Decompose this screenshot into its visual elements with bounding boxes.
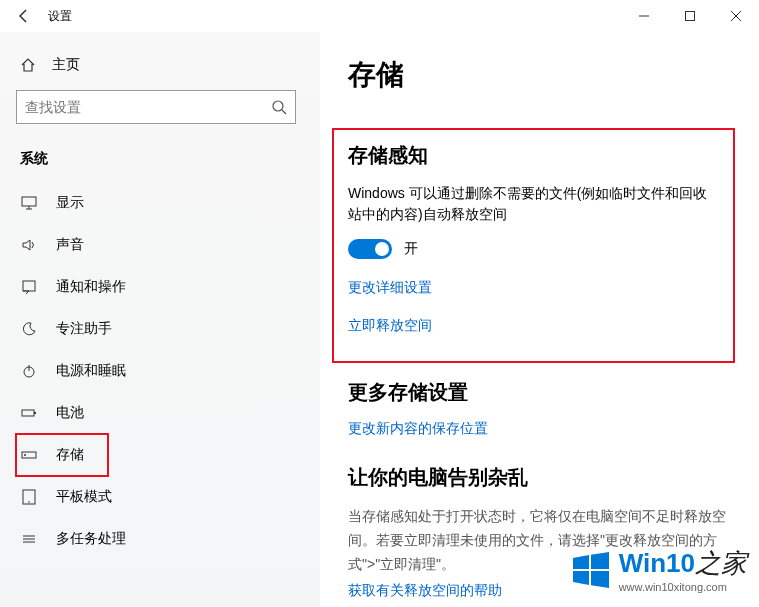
svg-rect-0 — [686, 12, 695, 21]
watermark-brand: Win10之家 — [619, 546, 747, 581]
more-storage-section: 更多存储设置 更改新内容的保存位置 — [348, 379, 735, 438]
toggle-row: 开 — [348, 239, 719, 259]
svg-point-8 — [24, 454, 26, 456]
tablet-icon — [20, 488, 38, 506]
storage-sense-section: 存储感知 Windows 可以通过删除不需要的文件(例如临时文件和回收站中的内容… — [332, 128, 735, 363]
category-header: 系统 — [16, 144, 320, 182]
free-up-now-link[interactable]: 立即释放空间 — [348, 317, 719, 335]
sidebar-item-display[interactable]: 显示 — [16, 182, 296, 224]
section-heading: 让你的电脑告别杂乱 — [348, 464, 735, 491]
sidebar-item-label: 存储 — [56, 446, 84, 464]
maximize-icon — [685, 11, 695, 21]
titlebar: 设置 — [0, 0, 759, 32]
section-heading: 存储感知 — [348, 142, 719, 169]
sidebar-item-label: 平板模式 — [56, 488, 112, 506]
sidebar-item-label: 多任务处理 — [56, 530, 126, 548]
minimize-icon — [639, 11, 649, 21]
svg-rect-5 — [22, 410, 34, 416]
sidebar-item-label: 显示 — [56, 194, 84, 212]
arrow-left-icon — [16, 8, 32, 24]
section-heading: 更多存储设置 — [348, 379, 735, 406]
window-controls — [621, 0, 759, 32]
monitor-icon — [20, 194, 38, 212]
sidebar-item-label: 声音 — [56, 236, 84, 254]
svg-rect-6 — [34, 412, 36, 414]
watermark-url: www.win10xitong.com — [619, 581, 747, 593]
search-box[interactable] — [16, 90, 296, 124]
storage-icon — [20, 446, 38, 464]
change-settings-link[interactable]: 更改详细设置 — [348, 279, 719, 297]
change-save-location-link[interactable]: 更改新内容的保存位置 — [348, 420, 735, 438]
svg-rect-3 — [23, 281, 35, 291]
home-link[interactable]: 主页 — [16, 48, 320, 90]
svg-point-10 — [28, 501, 30, 503]
svg-point-1 — [273, 101, 283, 111]
search-input[interactable] — [25, 99, 271, 115]
battery-icon — [20, 404, 38, 422]
sidebar-item-battery[interactable]: 电池 — [16, 392, 296, 434]
sidebar-item-label: 专注助手 — [56, 320, 112, 338]
close-icon — [731, 11, 741, 21]
section-description: Windows 可以通过删除不需要的文件(例如临时文件和回收站中的内容)自动释放… — [348, 183, 719, 225]
watermark: Win10之家 www.win10xitong.com — [571, 546, 747, 593]
sidebar-item-multitask[interactable]: 多任务处理 — [16, 518, 296, 560]
back-button[interactable] — [8, 0, 40, 32]
svg-rect-2 — [22, 197, 36, 206]
multitask-icon — [20, 530, 38, 548]
notification-icon — [20, 278, 38, 296]
sidebar-item-notifications[interactable]: 通知和操作 — [16, 266, 296, 308]
close-button[interactable] — [713, 0, 759, 32]
search-icon — [271, 99, 287, 115]
storage-sense-toggle[interactable] — [348, 239, 392, 259]
sidebar-item-power[interactable]: 电源和睡眠 — [16, 350, 296, 392]
sidebar-item-sound[interactable]: 声音 — [16, 224, 296, 266]
page-title: 存储 — [348, 56, 735, 94]
home-label: 主页 — [52, 56, 80, 74]
sidebar: 主页 系统 显示 声音 通知和操作 专注助手 电源和睡眠 — [0, 32, 320, 607]
maximize-button[interactable] — [667, 0, 713, 32]
sidebar-item-focus[interactable]: 专注助手 — [16, 308, 296, 350]
sidebar-item-tablet[interactable]: 平板模式 — [16, 476, 296, 518]
speaker-icon — [20, 236, 38, 254]
sidebar-item-label: 电池 — [56, 404, 84, 422]
sidebar-item-label: 通知和操作 — [56, 278, 126, 296]
home-icon — [20, 57, 36, 73]
minimize-button[interactable] — [621, 0, 667, 32]
power-icon — [20, 362, 38, 380]
window-title: 设置 — [48, 8, 72, 25]
toggle-state-label: 开 — [404, 240, 418, 258]
sidebar-item-storage[interactable]: 存储 — [16, 434, 108, 476]
moon-icon — [20, 320, 38, 338]
windows-logo-icon — [571, 550, 611, 590]
main-panel: 存储 存储感知 Windows 可以通过删除不需要的文件(例如临时文件和回收站中… — [320, 32, 759, 607]
sidebar-item-label: 电源和睡眠 — [56, 362, 126, 380]
